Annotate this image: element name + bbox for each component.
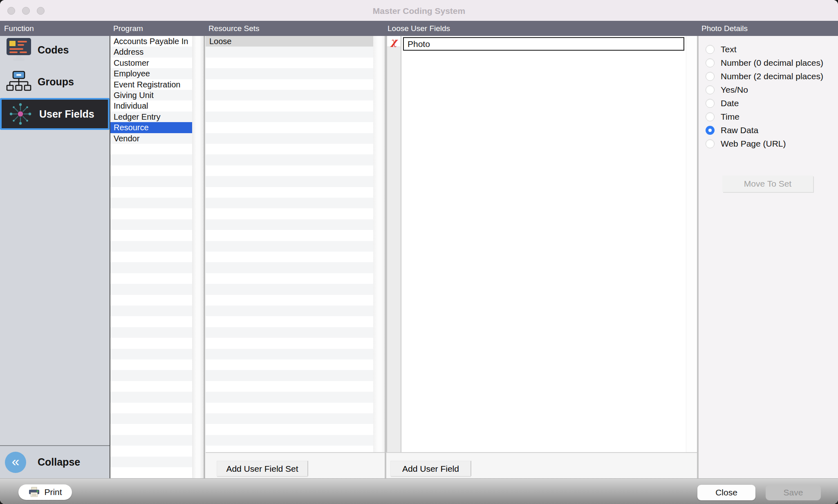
program-list-item[interactable]: Ledger Entry [110, 112, 192, 122]
radio-control[interactable] [706, 112, 715, 121]
loose-fields-area [401, 36, 686, 452]
collapse-label: Collapse [38, 456, 80, 468]
codes-monitor-icon [6, 38, 32, 62]
program-list-item[interactable]: Accounts Payable In [110, 36, 192, 47]
photo-details-panel: Text Number (0 decimal places) Number (2… [699, 36, 838, 478]
radio-option-text[interactable]: Text [699, 42, 838, 56]
program-list-item[interactable]: Address [110, 47, 192, 57]
sidebar-item-user-fields-label: User Fields [39, 108, 94, 120]
radio-control[interactable] [706, 58, 715, 67]
radio-option-number-2[interactable]: Number (2 decimal places) [699, 69, 838, 83]
sidebar-item-user-fields[interactable]: User Fields [0, 98, 110, 130]
resource-sets-scrollbar[interactable] [373, 36, 385, 452]
window-title: Master Coding System [0, 0, 838, 21]
field-name-input[interactable] [403, 37, 684, 51]
program-list-item[interactable]: Vendor [110, 133, 192, 144]
column-header-program: Program [113, 21, 143, 36]
delete-field-icon[interactable]: χ [391, 36, 397, 47]
column-header-bar: Function Program Resource Sets Loose Use… [0, 21, 838, 36]
radio-control[interactable] [706, 72, 715, 81]
radio-control[interactable] [706, 45, 715, 54]
radio-option-yes-no[interactable]: Yes/No [699, 83, 838, 96]
function-sidebar: Codes Groups [0, 36, 111, 478]
title-bar: Master Coding System [0, 0, 838, 21]
sidebar-item-codes-label: Codes [38, 44, 69, 56]
close-button[interactable]: Close [697, 485, 755, 500]
print-button[interactable]: Print [18, 484, 72, 500]
radio-option-date[interactable]: Date [699, 96, 838, 110]
program-list-item[interactable]: Individual [110, 100, 192, 111]
bottom-bar: Print Close Save [0, 478, 838, 504]
program-list-item[interactable]: Giving Unit [110, 90, 192, 100]
column-header-function: Function [4, 21, 34, 36]
resource-sets-footer: Add User Field Set [206, 452, 385, 478]
groups-org-chart-icon [6, 71, 31, 93]
user-fields-hub-icon [8, 102, 33, 126]
radio-control[interactable] [706, 139, 715, 148]
loose-fields-scrollbar[interactable] [686, 36, 697, 452]
sidebar-item-groups-label: Groups [38, 76, 74, 88]
resource-sets-list: Loose [206, 36, 373, 452]
program-list-item[interactable]: Customer [110, 58, 192, 68]
radio-option-raw-data[interactable]: Raw Data [699, 123, 838, 137]
program-list-item[interactable]: Employee [110, 68, 192, 79]
print-button-label: Print [44, 487, 62, 497]
column-header-photo-details: Photo Details [701, 21, 748, 36]
radio-control[interactable] [706, 85, 715, 94]
column-header-resource-sets: Resource Sets [208, 21, 260, 36]
program-list-item-selected[interactable]: Resource [110, 122, 192, 133]
loose-fields-footer: Add User Field [386, 452, 697, 478]
resource-set-item-selected[interactable]: Loose [206, 36, 373, 47]
radio-control[interactable] [706, 99, 715, 108]
delete-field-cell[interactable]: χ [387, 36, 401, 47]
add-user-field-set-button[interactable]: Add User Field Set [217, 461, 308, 476]
program-list-scrollbar[interactable] [192, 36, 205, 478]
loose-fields-gutter: χ [387, 36, 401, 452]
printer-icon [28, 487, 40, 498]
add-user-field-button[interactable]: Add User Field [390, 461, 471, 476]
column-header-loose-user-fields: Loose User Fields [388, 21, 450, 36]
program-list: Accounts Payable In Address Customer Emp… [110, 36, 192, 478]
radio-control-selected[interactable] [706, 126, 715, 135]
sidebar-item-codes[interactable]: Codes [0, 37, 110, 63]
radio-option-web-page[interactable]: Web Page (URL) [699, 137, 838, 150]
program-list-item[interactable]: Event Registration [110, 79, 192, 90]
collapse-button[interactable]: « Collapse [0, 445, 110, 478]
save-button[interactable]: Save [766, 485, 821, 500]
move-to-set-button[interactable]: Move To Set [722, 176, 813, 192]
app-window: Master Coding System Function Program Re… [0, 0, 838, 504]
sidebar-item-groups[interactable]: Groups [0, 70, 110, 93]
collapse-chevrons-icon: « [5, 452, 26, 473]
radio-option-time[interactable]: Time [699, 110, 838, 123]
radio-option-number-0[interactable]: Number (0 decimal places) [699, 56, 838, 69]
